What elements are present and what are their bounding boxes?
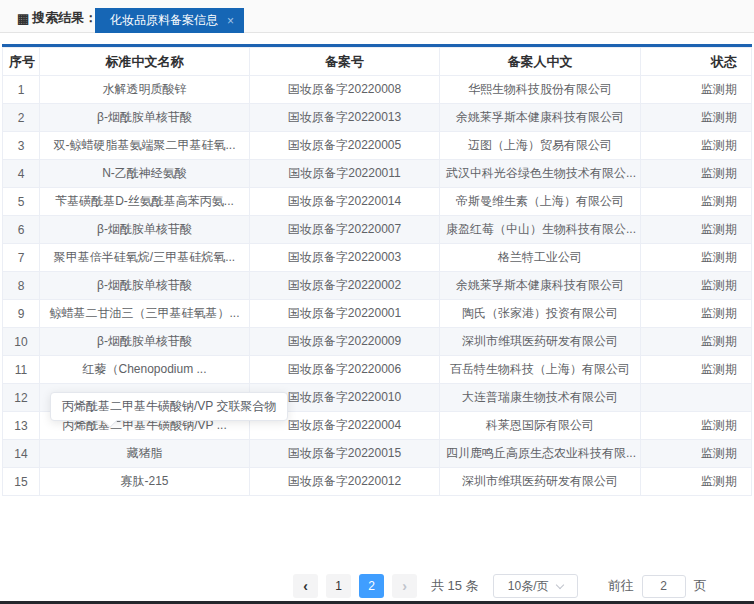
name-overflow-tooltip: 丙烯酰基二甲基牛磺酸钠/VP 交联聚合物 xyxy=(50,392,288,421)
cell-reg-no: 国妆原备字20220012 xyxy=(250,468,440,496)
prev-page-button[interactable]: ‹ xyxy=(293,574,318,598)
cell-name[interactable]: 聚甲基倍半硅氧烷/三甲基硅烷氧... xyxy=(40,244,250,272)
cell-name[interactable]: β-烟酰胺单核苷酸 xyxy=(40,328,250,356)
cell-serial: 2 xyxy=(3,104,40,132)
table-row: 1水解透明质酸锌国妆原备字20220008华熙生物科技股份有限公司监测期 xyxy=(3,76,752,104)
next-page-button[interactable]: › xyxy=(392,574,417,598)
cell-registrant: 余姚莱孚斯本健康科技有限公司 xyxy=(440,104,641,132)
cell-registrant: 科莱恩国际有限公司 xyxy=(440,412,641,440)
cell-status xyxy=(641,384,752,412)
cell-status: 监测期 xyxy=(641,132,752,160)
cell-status: 监测期 xyxy=(641,76,752,104)
cell-serial: 15 xyxy=(3,468,40,496)
table-row: 5苄基磺酰基D-丝氨酰基高苯丙氨...国妆原备字20220014帝斯曼维生素（上… xyxy=(3,188,752,216)
table-row: 4N-乙酰神经氨酸国妆原备字20220011武汉中科光谷绿色生物技术有限公...… xyxy=(3,160,752,188)
cell-status: 监测期 xyxy=(641,272,752,300)
search-result-header-bar: ▦ 搜索结果： 化妆品原料备案信息 × xyxy=(0,0,754,33)
table-row: 11红藜（Chenopodium ...国妆原备字20220006百岳特生物科技… xyxy=(3,356,752,384)
jump-prefix-label: 前往 xyxy=(608,577,634,595)
cell-reg-no: 国妆原备字20220003 xyxy=(250,244,440,272)
results-table: 序号 标准中文名称 备案号 备案人中文 状态 1水解透明质酸锌国妆原备字2022… xyxy=(2,47,752,496)
cell-serial: 14 xyxy=(3,440,40,468)
jump-page-input[interactable] xyxy=(642,575,686,598)
cell-serial: 1 xyxy=(3,76,40,104)
cell-registrant: 陶氏（张家港）投资有限公司 xyxy=(440,300,641,328)
cell-name[interactable]: 水解透明质酸锌 xyxy=(40,76,250,104)
cell-serial: 10 xyxy=(3,328,40,356)
table-row: 8β-烟酰胺单核苷酸国妆原备字20220002余姚莱孚斯本健康科技有限公司监测期 xyxy=(3,272,752,300)
cell-status: 监测期 xyxy=(641,300,752,328)
cell-status: 监测期 xyxy=(641,412,752,440)
cell-registrant: 百岳特生物科技（上海）有限公司 xyxy=(440,356,641,384)
cell-serial: 11 xyxy=(3,356,40,384)
jump-suffix-label: 页 xyxy=(694,577,707,595)
page-button-1[interactable]: 1 xyxy=(326,574,351,598)
cell-reg-no: 国妆原备字20220009 xyxy=(250,328,440,356)
cell-status: 监测期 xyxy=(641,160,752,188)
cell-status: 监测期 xyxy=(641,468,752,496)
cell-reg-no: 国妆原备字20220005 xyxy=(250,132,440,160)
cell-status: 监测期 xyxy=(641,244,752,272)
cell-reg-no: 国妆原备字20220011 xyxy=(250,160,440,188)
tab-cosmetic-raw-material-registration[interactable]: 化妆品原料备案信息 × xyxy=(95,8,244,33)
cell-serial: 13 xyxy=(3,412,40,440)
column-header-status: 状态 xyxy=(641,48,752,76)
cell-name[interactable]: 双-鲸蜡硬脂基氨端聚二甲基硅氧... xyxy=(40,132,250,160)
cell-serial: 9 xyxy=(3,300,40,328)
cell-name[interactable]: 红藜（Chenopodium ... xyxy=(40,356,250,384)
cell-registrant: 余姚莱孚斯本健康科技有限公司 xyxy=(440,272,641,300)
cell-status: 监测期 xyxy=(641,216,752,244)
cell-name[interactable]: β-烟酰胺单核苷酸 xyxy=(40,272,250,300)
cell-reg-no: 国妆原备字20220013 xyxy=(250,104,440,132)
cell-status: 监测期 xyxy=(641,188,752,216)
cell-registrant: 迈图（上海）贸易有限公司 xyxy=(440,132,641,160)
cell-registrant: 帝斯曼维生素（上海）有限公司 xyxy=(440,188,641,216)
cell-status: 监测期 xyxy=(641,440,752,468)
table-header-row: 序号 标准中文名称 备案号 备案人中文 状态 xyxy=(3,48,752,76)
cell-registrant: 深圳市维琪医药研发有限公司 xyxy=(440,468,641,496)
cell-name[interactable]: β-烟酰胺单核苷酸 xyxy=(40,216,250,244)
cell-reg-no: 国妆原备字20220008 xyxy=(250,76,440,104)
column-header-registrant: 备案人中文 xyxy=(440,48,641,76)
cell-name[interactable]: 寡肽-215 xyxy=(40,468,250,496)
cell-name[interactable]: 苄基磺酰基D-丝氨酰基高苯丙氨... xyxy=(40,188,250,216)
table-row: 14藏猪脂国妆原备字20220015四川鹿鸣丘高原生态农业科技有限...监测期 xyxy=(3,440,752,468)
page-size-select[interactable]: 10条/页 xyxy=(493,574,578,598)
cell-reg-no: 国妆原备字20220014 xyxy=(250,188,440,216)
page-button-2[interactable]: 2 xyxy=(359,574,384,598)
tab-close-icon[interactable]: × xyxy=(227,15,234,27)
chevron-down-icon xyxy=(555,580,563,588)
page-jump-group: 前往 页 xyxy=(608,575,707,598)
cell-name[interactable]: β-烟酰胺单核苷酸 xyxy=(40,104,250,132)
table-row: 15寡肽-215国妆原备字20220012深圳市维琪医药研发有限公司监测期 xyxy=(3,468,752,496)
table-body: 1水解透明质酸锌国妆原备字20220008华熙生物科技股份有限公司监测期2β-烟… xyxy=(3,76,752,496)
cell-reg-no: 国妆原备字20220002 xyxy=(250,272,440,300)
cell-status: 监测期 xyxy=(641,104,752,132)
cell-registrant: 康盈红莓（中山）生物科技有限公... xyxy=(440,216,641,244)
search-result-label-text: 搜索结果： xyxy=(32,9,97,27)
cell-registrant: 华熙生物科技股份有限公司 xyxy=(440,76,641,104)
cell-name[interactable]: 鲸蜡基二甘油三（三甲基硅氧基）... xyxy=(40,300,250,328)
cell-reg-no: 国妆原备字20220007 xyxy=(250,216,440,244)
cell-reg-no: 国妆原备字20220015 xyxy=(250,440,440,468)
cell-serial: 7 xyxy=(3,244,40,272)
table-row: 10β-烟酰胺单核苷酸国妆原备字20220009深圳市维琪医药研发有限公司监测期 xyxy=(3,328,752,356)
search-result-label: ▦ 搜索结果： xyxy=(17,9,97,27)
cell-status: 监测期 xyxy=(641,328,752,356)
cell-name[interactable]: N-乙酰神经氨酸 xyxy=(40,160,250,188)
column-header-serial: 序号 xyxy=(3,48,40,76)
cell-serial: 5 xyxy=(3,188,40,216)
cell-status: 监测期 xyxy=(641,356,752,384)
cell-name[interactable]: 藏猪脂 xyxy=(40,440,250,468)
table-row: 2β-烟酰胺单核苷酸国妆原备字20220013余姚莱孚斯本健康科技有限公司监测期 xyxy=(3,104,752,132)
table-row: 9鲸蜡基二甘油三（三甲基硅氧基）...国妆原备字20220001陶氏（张家港）投… xyxy=(3,300,752,328)
cell-serial: 3 xyxy=(3,132,40,160)
cell-registrant: 四川鹿鸣丘高原生态农业科技有限... xyxy=(440,440,641,468)
cell-serial: 6 xyxy=(3,216,40,244)
cell-serial: 8 xyxy=(3,272,40,300)
table-row: 3双-鲸蜡硬脂基氨端聚二甲基硅氧...国妆原备字20220005迈图（上海）贸易… xyxy=(3,132,752,160)
table-row: 7聚甲基倍半硅氧烷/三甲基硅烷氧...国妆原备字20220003格兰特工业公司监… xyxy=(3,244,752,272)
cell-registrant: 格兰特工业公司 xyxy=(440,244,641,272)
cell-reg-no: 国妆原备字20220006 xyxy=(250,356,440,384)
column-header-reg-no: 备案号 xyxy=(250,48,440,76)
